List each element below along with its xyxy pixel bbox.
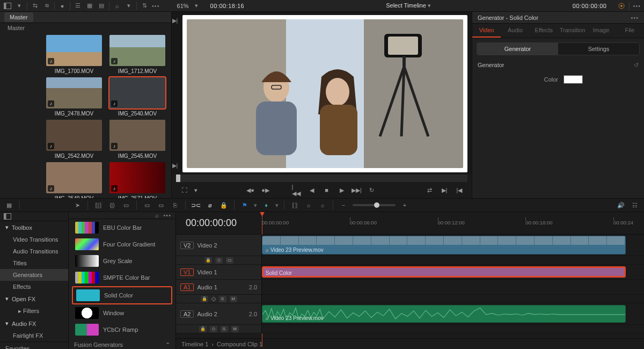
- zoom-out-icon[interactable]: ⌕: [304, 200, 313, 210]
- track-tag-v1[interactable]: V1: [180, 268, 194, 276]
- timeline-timecode[interactable]: 00:00:00:00: [176, 217, 262, 229]
- sort-icon[interactable]: ⇅: [140, 2, 149, 10]
- clip-v2[interactable]: ⌀ Video 23 Preview.mov: [262, 236, 626, 255]
- auto-select-icon[interactable]: ◇: [215, 257, 223, 264]
- match-frame-icon[interactable]: ⇄: [425, 185, 434, 195]
- track-lane-a2[interactable]: ⌀ Video 23 Preview.mov: [262, 303, 644, 324]
- generator-item[interactable]: YCbCr Ramp: [72, 322, 172, 338]
- viewer-timecode-right[interactable]: 00:00:00:00: [573, 3, 607, 9]
- generator-item[interactable]: Grey Scale: [72, 253, 172, 269]
- media-clip[interactable]: ♪IMG_2571.MOV: [109, 162, 165, 198]
- media-pool-tab[interactable]: Master: [4, 12, 33, 22]
- record-icon[interactable]: ●: [58, 2, 67, 10]
- cat-effects[interactable]: Effects: [0, 281, 68, 293]
- inspector-tab-file[interactable]: File: [616, 24, 644, 38]
- cat-video-transitions[interactable]: Video Transitions: [0, 234, 68, 245]
- search-icon[interactable]: ⌕: [113, 2, 121, 10]
- track-lane-v2[interactable]: ⌀ Video 23 Preview.mov: [262, 235, 644, 256]
- cat-audiofx[interactable]: ▾ Audio FX: [0, 317, 68, 330]
- more-icon[interactable]: •••: [152, 3, 160, 9]
- media-clip[interactable]: ♪IMG_1700.MOV: [46, 35, 102, 74]
- trim-icon[interactable]: ⟦|⟧: [93, 200, 103, 210]
- media-clip[interactable]: ♪IMG_2545.MOV: [109, 120, 165, 159]
- media-clip[interactable]: ♪IMG_2478.MOV: [46, 77, 102, 117]
- inspector-tab-transition[interactable]: Transition: [558, 24, 587, 38]
- mark-in-icon[interactable]: ◀●: [246, 185, 255, 195]
- chevron-down-icon[interactable]: ▾: [194, 187, 197, 194]
- panel-left-icon[interactable]: [3, 212, 12, 221]
- stop-icon[interactable]: ■: [322, 185, 332, 195]
- track-lane-v1[interactable]: Solid Color: [262, 265, 644, 279]
- chevron-down-icon[interactable]: ▾: [428, 2, 431, 9]
- timeline-view-icon[interactable]: ▦: [4, 200, 14, 210]
- lock-icon[interactable]: 🔒: [219, 200, 229, 210]
- color-wheel-icon[interactable]: [617, 2, 626, 10]
- effect-icon[interactable]: ≋: [42, 2, 51, 10]
- chevron-down-icon[interactable]: ▾: [254, 202, 257, 209]
- generator-item[interactable]: Four Color Gradient: [72, 236, 172, 252]
- play-icon[interactable]: ▶: [337, 185, 347, 195]
- minus-icon[interactable]: −: [339, 200, 348, 210]
- more-icon[interactable]: •••: [631, 14, 639, 21]
- subtab-settings[interactable]: Settings: [558, 43, 639, 55]
- inspector-tab-audio[interactable]: Audio: [501, 24, 529, 38]
- step-back-icon[interactable]: ◀: [307, 185, 317, 195]
- swap-icon[interactable]: ⇆: [31, 2, 39, 10]
- overwrite-icon[interactable]: ▭: [142, 200, 152, 210]
- selection-tool-icon[interactable]: ➤: [72, 200, 82, 210]
- timeline-selector[interactable]: Select Timeline: [386, 2, 426, 9]
- media-clip[interactable]: ♪IMG_2549.MOV: [46, 162, 102, 198]
- mark-out-icon[interactable]: ●▶: [261, 185, 270, 195]
- subtab-generator[interactable]: Generator: [477, 43, 558, 55]
- mixer-icon[interactable]: ☷: [630, 200, 640, 210]
- loop-icon[interactable]: ↻: [367, 185, 377, 195]
- marker-icon[interactable]: ♦: [261, 200, 271, 210]
- plus-icon[interactable]: +: [400, 200, 409, 210]
- crop-icon[interactable]: ⛶: [179, 185, 189, 195]
- chevron-down-icon[interactable]: ▾: [15, 2, 24, 10]
- inspector-tab-image[interactable]: Image: [587, 24, 615, 38]
- cat-filters[interactable]: ▸ Filters: [0, 305, 68, 317]
- go-start-icon[interactable]: |◀◀: [292, 185, 302, 195]
- view-list-icon[interactable]: ☰: [74, 2, 82, 10]
- timeline-ruler[interactable]: 00:00:00:0000:00:06:0000:00:12:0000:00:1…: [262, 212, 644, 234]
- color-swatch[interactable]: [564, 75, 583, 84]
- cat-toolbox[interactable]: ▾ Toolbox: [0, 221, 68, 234]
- mute-icon[interactable]: M: [230, 296, 237, 302]
- insert-icon[interactable]: ▭: [121, 200, 131, 210]
- zoom-level[interactable]: 61%: [177, 3, 189, 9]
- link-icon[interactable]: ⌀: [205, 200, 215, 210]
- generator-item[interactable]: Window: [72, 305, 172, 321]
- search-icon[interactable]: ⌕: [155, 212, 159, 219]
- viewer-timecode-left[interactable]: 00:00:18:16: [210, 3, 245, 9]
- reset-icon[interactable]: ↺: [634, 62, 639, 69]
- arm-icon[interactable]: ◇: [211, 295, 216, 302]
- inspector-tab-effects[interactable]: Effects: [530, 24, 558, 38]
- fit-icon[interactable]: ⎘: [170, 200, 180, 210]
- track-lane-a1[interactable]: [262, 280, 644, 294]
- cat-generators[interactable]: Generators: [0, 269, 68, 281]
- disable-icon[interactable]: ▭: [226, 257, 233, 264]
- track-tag-a1[interactable]: A1: [180, 283, 194, 291]
- panel-left-icon[interactable]: [3, 2, 12, 10]
- track-tag-a2[interactable]: A2: [180, 310, 194, 318]
- replace-icon[interactable]: ▭: [156, 200, 166, 210]
- inspector-tab-video[interactable]: Video: [472, 24, 501, 38]
- blade-icon[interactable]: ⟨|⟩: [107, 200, 117, 210]
- viewer-canvas[interactable]: [182, 15, 467, 172]
- chevron-down-icon[interactable]: ▾: [275, 202, 279, 209]
- media-bin-header[interactable]: Master: [0, 23, 171, 32]
- speaker-icon[interactable]: 🔊: [616, 200, 626, 210]
- timeline-breadcrumb[interactable]: Timeline 1 › Compound Clip 1: [176, 338, 644, 349]
- step-out-icon[interactable]: ▶|: [172, 162, 178, 169]
- generator-item[interactable]: Solid Color: [72, 286, 172, 304]
- chevron-down-icon[interactable]: ▾: [125, 2, 133, 10]
- media-clip[interactable]: ♪IMG_2542.MOV: [46, 120, 102, 159]
- view-strip-icon[interactable]: ▤: [97, 2, 106, 10]
- zoom-slider[interactable]: [353, 204, 396, 206]
- fusion-header[interactable]: Fusion Generators⌃: [69, 338, 175, 349]
- zoom-in-icon[interactable]: ⌕: [318, 200, 327, 210]
- magnet-icon[interactable]: ⊃⊂: [191, 200, 201, 210]
- arm-icon[interactable]: ◇: [210, 326, 217, 332]
- generator-item[interactable]: SMPTE Color Bar: [72, 270, 172, 286]
